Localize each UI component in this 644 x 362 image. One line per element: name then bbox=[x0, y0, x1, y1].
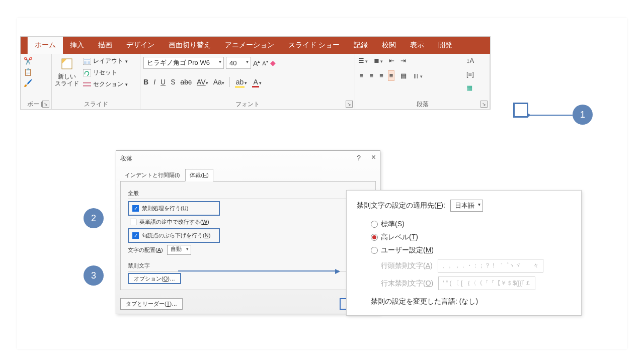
section-label: セクション bbox=[93, 80, 123, 88]
group-font: ヒラギノ角ゴ Pro W6 40 A▴ A▾ ◆ B I U S bbox=[140, 54, 355, 109]
hanging-punct-checkbox[interactable]: 句読点のぶら下げを行う(N) bbox=[130, 230, 217, 241]
radio-icon bbox=[371, 221, 378, 228]
tabs-leader-button[interactable]: タブとリーダー(T)… bbox=[120, 298, 183, 310]
new-slide-button[interactable]: 新しい スライド bbox=[55, 57, 79, 87]
align-left-icon[interactable]: ≡ bbox=[358, 70, 365, 81]
layout-button[interactable]: レイアウト▾ bbox=[83, 57, 128, 65]
italic-button[interactable]: I bbox=[153, 78, 155, 86]
text-align-label: 文字の配置(A) bbox=[128, 246, 163, 254]
svg-rect-4 bbox=[84, 61, 87, 64]
checkbox-icon bbox=[132, 205, 139, 212]
columns-icon[interactable]: ⫼ bbox=[413, 72, 423, 79]
tab-transition[interactable]: 画面切り替え bbox=[162, 37, 218, 54]
kinsoku-checkbox[interactable]: 禁則処理を行う(U) bbox=[130, 203, 217, 214]
strike-button[interactable]: abc bbox=[180, 78, 192, 86]
tab-record[interactable]: 記録 bbox=[347, 37, 375, 54]
ribbon: ホーム 挿入 描画 デザイン 画面切り替え アニメーション スライド ショー 記… bbox=[20, 36, 491, 110]
callout-marker-1: 1 bbox=[573, 105, 593, 125]
smartart-icon[interactable]: ▦ bbox=[466, 84, 487, 92]
char-spacing-button[interactable]: AV▾ bbox=[197, 78, 208, 86]
font-size-combo[interactable]: 40 bbox=[226, 57, 251, 69]
align-text-icon[interactable]: [≡] bbox=[466, 70, 487, 78]
increase-indent-icon[interactable]: ⇥ bbox=[400, 57, 406, 64]
callout-highlight-launcher bbox=[513, 103, 528, 118]
radio-standard[interactable]: 標準(S) bbox=[371, 220, 571, 229]
options-button[interactable]: オプション(O)… bbox=[128, 273, 181, 284]
dialog-close-icon[interactable]: × bbox=[371, 153, 376, 162]
layout-icon bbox=[83, 58, 91, 65]
apply-to-label: 禁則文字の設定の適用先(F): bbox=[357, 201, 445, 210]
svg-rect-7 bbox=[83, 82, 91, 83]
ribbon-tabs: ホーム 挿入 描画 デザイン 画面切り替え アニメーション スライド ショー 記… bbox=[21, 37, 490, 54]
font-size-value: 40 bbox=[229, 59, 236, 67]
clear-format-icon[interactable]: ◆ bbox=[270, 59, 276, 67]
decrease-indent-icon[interactable]: ⇤ bbox=[389, 57, 394, 64]
radio-icon bbox=[371, 247, 378, 254]
kinsoku-options-panel: 禁則文字の設定の適用先(F): 日本語 標準(S) 高レベル(T) ユーザー設定… bbox=[346, 190, 582, 316]
file-tab-stub[interactable] bbox=[21, 37, 28, 54]
bullets-icon[interactable]: ☰ bbox=[358, 57, 368, 64]
dialog-tab-layout[interactable]: 体裁(H) bbox=[185, 169, 213, 182]
distribute-icon[interactable]: ▤ bbox=[400, 72, 407, 79]
group-paragraph: ☰ ≣ ⇤ ⇥ ≡ ≡ ≡ ≡ ▤ bbox=[355, 54, 490, 109]
align-justify-icon[interactable]: ≡ bbox=[388, 70, 395, 81]
tab-design[interactable]: デザイン bbox=[119, 37, 162, 54]
paragraph-launcher-icon[interactable]: ↘ bbox=[480, 101, 488, 108]
dialog-title: 段落 bbox=[120, 154, 132, 163]
bold-button[interactable]: B bbox=[143, 78, 148, 86]
section-button[interactable]: セクション▾ bbox=[83, 80, 128, 88]
change-case-button[interactable]: Aa▾ bbox=[213, 78, 224, 86]
radio-custom[interactable]: ユーザー設定(M) bbox=[371, 246, 571, 255]
format-painter-icon[interactable]: 🖌️ bbox=[24, 79, 32, 87]
dialog-help-icon[interactable]: ? bbox=[357, 154, 361, 162]
lead-chars-label: 行頭禁則文字(A) bbox=[381, 261, 433, 270]
tab-draw[interactable]: 描画 bbox=[91, 37, 119, 54]
tab-animation[interactable]: アニメーション bbox=[218, 37, 281, 54]
font-color-button[interactable]: A▾ bbox=[252, 78, 261, 86]
section-general-label: 全般 bbox=[128, 190, 368, 197]
clipboard-launcher-icon[interactable]: ↘ bbox=[42, 101, 49, 108]
trail-chars-field: ‘ “ ( 〔 [ ｛〈《「『【￥＄$([{｢￡ bbox=[438, 277, 535, 290]
font-name-combo[interactable]: ヒラギノ角ゴ Pro W6 bbox=[143, 57, 224, 69]
changed-languages-label: 禁則の設定を変更した言語: (なし) bbox=[371, 297, 571, 306]
cut-icon[interactable]: ✂️ bbox=[24, 57, 32, 65]
tab-developer[interactable]: 開発 bbox=[431, 37, 459, 54]
checkbox-icon bbox=[130, 219, 136, 225]
tab-review[interactable]: 校閲 bbox=[375, 37, 403, 54]
svg-rect-8 bbox=[83, 85, 91, 86]
reset-button[interactable]: リセット bbox=[83, 68, 128, 77]
reset-icon bbox=[83, 69, 91, 76]
tab-insert[interactable]: 挿入 bbox=[63, 37, 91, 54]
dialog-tab-indent[interactable]: インデントと行間隔(I) bbox=[120, 169, 184, 182]
text-align-select[interactable]: 自動 bbox=[167, 245, 191, 255]
tab-home[interactable]: ホーム bbox=[28, 37, 63, 54]
language-select[interactable]: 日本語 bbox=[450, 200, 483, 212]
group-slides-label: スライド bbox=[84, 101, 108, 108]
layout-label: レイアウト bbox=[93, 57, 123, 65]
group-clipboard: ✂️ 📋 🖌️ ボード ↘ bbox=[21, 54, 52, 109]
numbering-icon[interactable]: ≣ bbox=[374, 57, 383, 64]
highlight-button[interactable]: ab▾ bbox=[235, 78, 248, 86]
font-launcher-icon[interactable]: ↘ bbox=[346, 101, 353, 108]
kinsoku-checkbox-highlight: 禁則処理を行う(U) bbox=[128, 201, 220, 216]
reset-label: リセット bbox=[93, 68, 117, 77]
radio-high[interactable]: 高レベル(T) bbox=[371, 233, 571, 242]
shrink-font-icon[interactable]: A▾ bbox=[262, 59, 268, 66]
align-center-icon[interactable]: ≡ bbox=[368, 70, 375, 81]
wrap-latin-checkbox[interactable]: 英単語の途中で改行する(W) bbox=[128, 217, 368, 227]
group-paragraph-label: 段落 bbox=[417, 101, 429, 108]
tab-slideshow[interactable]: スライド ショー bbox=[281, 37, 347, 54]
new-slide-icon bbox=[60, 57, 74, 71]
trail-chars-label: 行末禁則文字(O) bbox=[381, 279, 433, 288]
copy-icon[interactable]: 📋 bbox=[24, 68, 32, 76]
hanging-checkbox-highlight: 句読点のぶら下げを行う(N) bbox=[128, 228, 220, 243]
grow-font-icon[interactable]: A▴ bbox=[253, 59, 260, 67]
tab-view[interactable]: 表示 bbox=[403, 37, 431, 54]
group-slides: 新しい スライド レイアウト▾ リセット セクション bbox=[52, 54, 140, 109]
text-direction-icon[interactable]: ↕A bbox=[466, 57, 487, 64]
svg-rect-5 bbox=[88, 61, 90, 64]
align-right-icon[interactable]: ≡ bbox=[378, 70, 385, 81]
underline-button[interactable]: U bbox=[160, 78, 166, 86]
group-font-label: フォント bbox=[235, 101, 260, 108]
shadow-button[interactable]: S bbox=[171, 78, 175, 86]
